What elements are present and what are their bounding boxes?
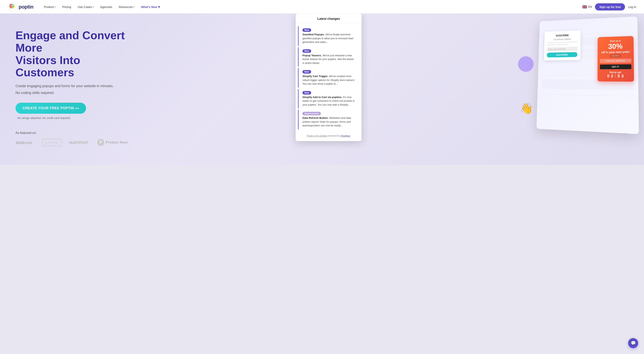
laptop-screen-inner: SUSCRIBE Get Delivery Updates Enter your… xyxy=(536,17,639,134)
subscribe-popup-mockup: SUSCRIBE Get Delivery Updates Enter your… xyxy=(544,30,581,60)
poptin-updates-link[interactable]: Poptin.com updates xyxy=(307,134,328,137)
hero-subtitle2: No coding skills required. xyxy=(16,91,128,95)
nav-whats-new[interactable]: What's New xyxy=(138,4,163,10)
item-title-2: Shopify Cart Trigger. xyxy=(302,75,328,78)
discount-popup-mockup: Save up to 30% off in your next order NO… xyxy=(598,36,634,82)
discount-off-text: off in your next order xyxy=(600,50,631,54)
badge-improvement-4: Improvement xyxy=(302,112,321,115)
resources-chevron-icon: ▾ xyxy=(134,6,134,8)
hero-title: Engage and Convert MoreVisitors Into Cus… xyxy=(16,29,128,79)
popup-subscribe-btn: SUBSCRIBE xyxy=(547,52,577,57)
product-chevron-icon: ▾ xyxy=(55,6,56,8)
ph-circle-icon: P xyxy=(97,139,104,146)
popup-email-field: Enter your email here xyxy=(547,47,578,52)
featured-logos: SEMrush NOUPE HUFFPOST P Product H xyxy=(16,139,128,146)
nav-product[interactable]: Product ▾ xyxy=(41,4,58,10)
panel-footer: Poptin.com updates powered by Headway xyxy=(296,132,362,138)
float-sphere-1 xyxy=(518,56,534,72)
badge-new-2: New xyxy=(302,70,311,74)
badge-new-3: New xyxy=(302,91,311,95)
item-title-4: Data Refresh Button. xyxy=(302,116,328,119)
logo-link[interactable]: poptin xyxy=(8,2,33,12)
svg-text:HUFFPOST: HUFFPOST xyxy=(69,140,88,145)
panel-item-3[interactable]: New Shopify Add to Cart via poptins. It'… xyxy=(298,89,359,109)
noupe-logo: NOUPE xyxy=(42,139,62,146)
lang-label: EN xyxy=(588,5,592,8)
product-hunt-text: Product Hunt xyxy=(106,141,128,144)
headway-link[interactable]: Headway xyxy=(340,134,350,137)
hero-subtitle: Create engaging popups and forms for you… xyxy=(16,83,128,89)
svg-point-6 xyxy=(12,5,13,5)
svg-text:SEMrush: SEMrush xyxy=(16,141,32,145)
discount-hurry-text: Hurry up! xyxy=(600,71,632,74)
hero-content: Engage and Convert MoreVisitors Into Cus… xyxy=(16,29,128,146)
svg-point-5 xyxy=(12,5,12,6)
popup-line-2 xyxy=(547,44,568,46)
item-title-3: Shopify Add to Cart via poptins. xyxy=(302,96,342,99)
huffpost-logo: HUFFPOST xyxy=(69,140,90,145)
nav-right: 🇬🇧 EN Sign up for free Log In xyxy=(582,3,636,11)
product-hunt-logo: P Product Hunt xyxy=(97,139,128,146)
svg-line-15 xyxy=(538,94,638,96)
panel-header: Latest changes xyxy=(296,14,362,23)
laptop-screen-mockup: SUSCRIBE Get Delivery Updates Enter your… xyxy=(536,17,639,134)
use-cases-chevron-icon: ▾ xyxy=(92,6,94,8)
powered-by-label: powered by xyxy=(328,134,340,137)
chat-bubble-button[interactable]: 💬 xyxy=(628,338,638,348)
discount-percent: 30% xyxy=(600,42,631,51)
cta-button[interactable]: CREATE YOUR FREE POPTIN »» xyxy=(16,103,86,114)
poptin-logo-icon xyxy=(8,2,17,12)
featured-section: As featured on: SEMrush NOUPE HUFFPOST xyxy=(16,131,128,146)
svg-text:NOUPE: NOUPE xyxy=(45,141,58,144)
discount-get-btn: GET IT xyxy=(600,64,632,69)
login-button[interactable]: Log In xyxy=(628,5,636,9)
item-title-1: Popup Teasers. xyxy=(302,54,322,57)
badge-new-1: New xyxy=(302,49,311,53)
nav-agencies[interactable]: Agencies xyxy=(98,4,115,10)
hero-illustration: ✦ ✦ ✦ 🎁 👋 SUSCRIBE xyxy=(524,18,636,149)
panel-item-0[interactable]: New Gamified Popups. We've finally launc… xyxy=(298,26,359,46)
badge-new-0: New xyxy=(302,28,311,32)
panel-items: New Gamified Popups. We've finally launc… xyxy=(296,23,362,132)
featured-label: As featured on: xyxy=(16,131,128,135)
whats-new-dot xyxy=(158,6,160,8)
discount-timer: 0 2 : 5 3 xyxy=(600,74,632,78)
panel-item-1[interactable]: New Popup Teasers. We've just released a… xyxy=(298,47,359,67)
panel-item-2[interactable]: New Shopify Cart Trigger. We've created … xyxy=(298,68,359,88)
nav-use-cases[interactable]: Use Cases ▾ xyxy=(75,4,96,10)
logo-text: poptin xyxy=(18,4,33,10)
wave-icon: 👋 xyxy=(520,102,533,114)
semrush-logo: SEMrush xyxy=(16,140,35,145)
chat-icon: 💬 xyxy=(631,341,636,346)
signup-button[interactable]: Sign up for free xyxy=(595,3,625,11)
popup-line-1 xyxy=(547,41,578,43)
discount-email-input: Enter your email here xyxy=(600,59,631,63)
item-title-0: Gamified Popups. xyxy=(302,33,325,36)
subscribe-popup-subtitle: Get Delivery Updates xyxy=(547,38,578,41)
navbar: poptin Product ▾ Pricing Use Cases ▾ Age… xyxy=(0,0,644,14)
panel-item-4[interactable]: Improvement Data Refresh Button. Markete… xyxy=(298,110,359,129)
nav-pricing[interactable]: Pricing xyxy=(60,4,74,10)
language-selector[interactable]: 🇬🇧 EN xyxy=(582,5,592,9)
no-credit-text: No strings attached. No credit card requ… xyxy=(18,116,128,120)
subscribe-popup-title: SUSCRIBE xyxy=(547,33,578,38)
nav-links: Product ▾ Pricing Use Cases ▾ Agencies R… xyxy=(41,4,582,10)
discount-code: NOLIMIIS xyxy=(610,54,620,57)
flag-icon: 🇬🇧 xyxy=(582,5,587,9)
nav-resources[interactable]: Resources ▾ xyxy=(116,4,137,10)
latest-changes-panel: Latest changes New Gamified Popups. We'v… xyxy=(296,14,362,141)
